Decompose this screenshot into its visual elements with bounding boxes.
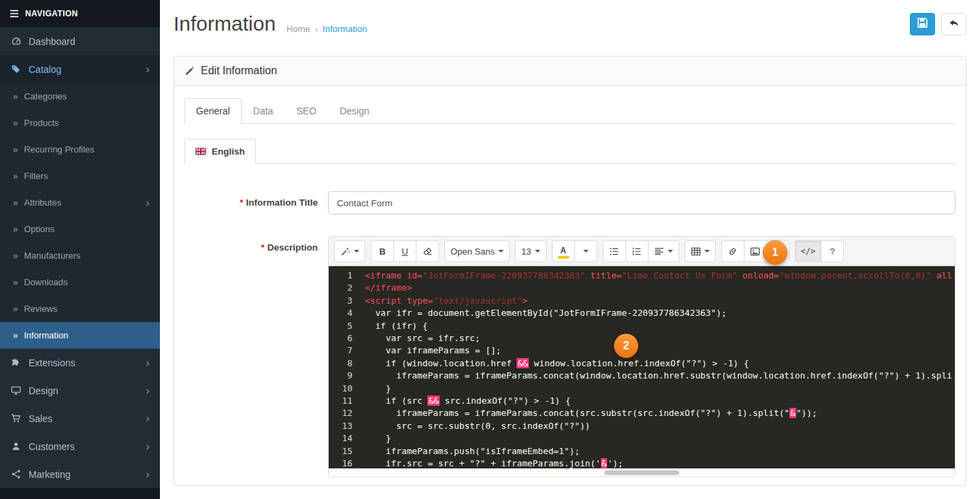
user-icon xyxy=(10,441,22,451)
font-color-button[interactable]: A xyxy=(552,240,575,262)
callout-badge-1: 1 xyxy=(763,240,787,265)
sidebar-item-catalog[interactable]: Catalog› xyxy=(0,55,160,83)
sidebar-item-information[interactable]: »Information xyxy=(0,322,160,349)
sidebar-item-customers[interactable]: Customers› xyxy=(0,432,160,460)
share-icon xyxy=(10,469,22,479)
table-button[interactable] xyxy=(685,240,716,262)
sidebar-item-manufacturers[interactable]: »Manufacturers xyxy=(0,242,160,269)
navigation-label: NAVIGATION xyxy=(25,9,78,18)
tab-design[interactable]: Design xyxy=(328,98,381,124)
code-view-button[interactable]: </> xyxy=(795,240,822,262)
clear-format-button[interactable] xyxy=(416,240,439,262)
caret-down-icon xyxy=(583,250,589,253)
bold-button-label: B xyxy=(379,246,385,257)
chevron-right-icon: › xyxy=(146,385,150,396)
font-size-button[interactable]: 13 xyxy=(515,240,546,262)
tab-data[interactable]: Data xyxy=(242,98,285,124)
table-icon xyxy=(691,246,701,257)
angle-double-right-icon: » xyxy=(13,197,18,208)
sidebar-subitem-label: Manufacturers xyxy=(24,251,80,261)
line-number: 7 xyxy=(329,344,353,357)
underline-button[interactable]: U xyxy=(393,240,416,262)
sidebar-item-marketing[interactable]: Marketing› xyxy=(0,460,160,488)
code-line: iframeParams = iframeParams.concat(src.s… xyxy=(365,407,955,419)
sidebar-item-recurring-profiles[interactable]: »Recurring Profiles xyxy=(0,136,160,163)
bold-button[interactable]: B xyxy=(371,240,394,262)
chevron-right-icon: › xyxy=(146,468,150,480)
edit-information-panel: Edit Information GeneralDataSEODesign En… xyxy=(174,56,966,486)
toolbar-group: </>? xyxy=(795,240,845,262)
tab-english[interactable]: English xyxy=(184,139,256,164)
code-content[interactable]: <iframe id="JotFormIFrame-22093778634236… xyxy=(359,266,955,468)
navigation-toggle[interactable]: NAVIGATION xyxy=(0,0,160,27)
code-view-area[interactable]: 12345678910111213141516 <iframe id="JotF… xyxy=(329,266,955,468)
line-number: 9 xyxy=(329,370,353,382)
code-line: <iframe id="JotFormIFrame-22093778634236… xyxy=(365,270,955,282)
sidebar-item-filters[interactable]: »Filters xyxy=(0,163,160,189)
sidebar-subitem-label: Recurring Profiles xyxy=(24,144,94,155)
line-number: 13 xyxy=(329,420,353,432)
ordered-list-button[interactable] xyxy=(625,240,649,262)
save-button[interactable] xyxy=(910,13,935,35)
eraser-icon xyxy=(423,246,433,257)
font-size-button-label: 13 xyxy=(521,246,531,257)
tab-seo[interactable]: SEO xyxy=(284,98,328,124)
sidebar-item-sales[interactable]: Sales› xyxy=(0,404,160,432)
unordered-list-button[interactable] xyxy=(603,240,626,262)
sidebar-item-products[interactable]: »Products xyxy=(0,110,160,136)
sidebar-item-extensions[interactable]: Extensions› xyxy=(0,349,160,376)
breadcrumb-item-information[interactable]: Information xyxy=(323,24,367,34)
angle-double-right-icon: » xyxy=(13,91,18,101)
toolbar-group xyxy=(603,240,679,262)
pencil-icon xyxy=(184,66,195,76)
font-color-caret-button[interactable] xyxy=(574,240,598,262)
chevron-right-icon: › xyxy=(146,357,150,368)
paragraph-button[interactable] xyxy=(648,240,679,262)
language-tab-label: English xyxy=(212,146,245,157)
sidebar-item-options[interactable]: »Options xyxy=(0,216,160,242)
breadcrumb-item-home[interactable]: Home xyxy=(287,24,310,34)
chevron-right-icon: › xyxy=(146,63,150,75)
dashboard-icon xyxy=(10,36,22,46)
horizontal-scrollbar[interactable] xyxy=(329,468,955,477)
breadcrumb-separator: › xyxy=(315,24,318,34)
back-button[interactable] xyxy=(941,13,966,35)
help-button[interactable]: ? xyxy=(821,240,844,262)
link-button[interactable] xyxy=(721,240,745,262)
help-button-label: ? xyxy=(830,246,835,257)
tab-bar: GeneralDataSEODesign xyxy=(184,98,956,124)
tab-general[interactable]: General xyxy=(184,98,242,124)
sidebar-item-design[interactable]: Design› xyxy=(0,376,160,404)
reply-arrow-icon xyxy=(949,18,960,31)
sidebar-item-reviews[interactable]: »Reviews xyxy=(0,295,160,322)
angle-double-right-icon: » xyxy=(13,224,18,234)
sidebar-item-label: Dashboard xyxy=(29,36,76,47)
paragraph-icon xyxy=(654,246,664,257)
code-line: </iframe> xyxy=(365,282,955,294)
sidebar-item-categories[interactable]: »Categories xyxy=(0,83,160,110)
sidebar-item-attributes[interactable]: »Attributes› xyxy=(0,189,160,216)
panel-body: GeneralDataSEODesign English *Informatio… xyxy=(174,86,966,485)
line-number: 14 xyxy=(329,432,353,445)
toolbar-group: A xyxy=(552,240,598,262)
style-button[interactable] xyxy=(334,240,365,262)
sidebar: NAVIGATION DashboardCatalog›»Categories»… xyxy=(0,0,160,499)
scrollbar-thumb[interactable] xyxy=(604,470,679,475)
sidebar-menu: DashboardCatalog›»Categories»Products»Re… xyxy=(0,27,160,488)
page-header: Information Home›Information xyxy=(160,0,980,48)
sidebar-subitem-label: Attributes xyxy=(24,197,61,208)
sidebar-item-dashboard[interactable]: Dashboard xyxy=(0,27,160,55)
sidebar-item-downloads[interactable]: »Downloads xyxy=(0,269,160,295)
magic-icon xyxy=(340,246,350,257)
floppy-icon xyxy=(917,17,928,31)
panel-heading: Edit Information xyxy=(174,57,966,86)
ol-icon xyxy=(632,246,642,257)
font-family-button[interactable]: Open Sans xyxy=(444,240,510,262)
code-line: if (ifr) { xyxy=(365,320,955,332)
information-title-input[interactable] xyxy=(328,191,956,214)
code-line: var iframeParams = []; xyxy=(365,344,955,357)
line-number: 5 xyxy=(329,320,353,332)
breadcrumb: Home›Information xyxy=(287,24,367,34)
font-color-button-label: A xyxy=(560,247,566,255)
chevron-right-icon: › xyxy=(146,440,150,452)
